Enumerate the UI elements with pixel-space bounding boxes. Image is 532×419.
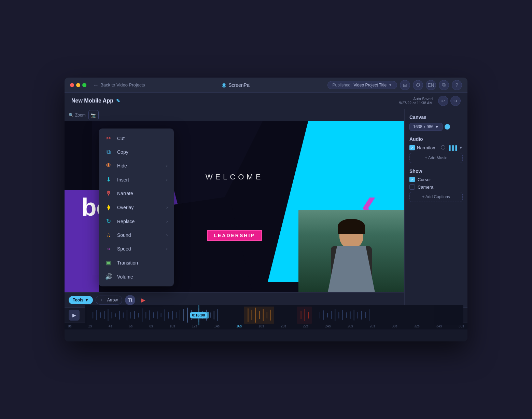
svg-rect-51 xyxy=(335,309,335,321)
menu-item-narrate-label: Narrate xyxy=(117,191,133,196)
camera-button[interactable]: 📷 xyxy=(88,110,99,120)
layers-icon-button[interactable]: ⊞ xyxy=(400,80,410,90)
svg-rect-24 xyxy=(172,311,173,320)
title-right-controls: Published: Video Project Title ▼ ⊞ ⏱ EN … xyxy=(327,80,462,90)
text-tool-button[interactable]: Tt xyxy=(125,295,135,305)
zoom-control[interactable]: 🔍 Zoom xyxy=(69,113,86,118)
cursor-tool-icon: ▶ xyxy=(141,296,145,304)
narration-dropdown-icon[interactable]: ▼ xyxy=(459,146,463,150)
maximize-button[interactable] xyxy=(82,83,86,87)
audio-section: Audio ✓ Narration ⓘ ▐▐▐ ▼ + Add Music xyxy=(409,136,463,163)
project-title-dropdown-label: Video Project Title xyxy=(354,83,387,87)
svg-rect-49 xyxy=(327,313,328,317)
menu-item-speed[interactable]: » Speed › xyxy=(99,242,174,256)
canvas-size-button[interactable]: 1638 x 986 ▼ xyxy=(409,123,443,131)
publish-dropdown[interactable]: Published: Video Project Title ▼ xyxy=(327,81,397,89)
svg-rect-35 xyxy=(214,311,214,320)
svg-rect-25 xyxy=(176,312,177,318)
camera-checkbox[interactable] xyxy=(409,184,415,190)
svg-rect-43 xyxy=(270,310,271,321)
project-title: New Mobile App ✎ xyxy=(71,98,399,104)
tools-button[interactable]: Tools ▼ xyxy=(69,296,93,304)
sound-icon: ♫ xyxy=(105,232,112,239)
svg-rect-44 xyxy=(301,311,302,319)
narration-checkbox[interactable]: ✓ xyxy=(409,145,415,150)
main-area: 🔍 Zoom 📷 WELCOME bout us xyxy=(65,109,467,307)
play-button[interactable]: ▶ xyxy=(69,310,80,321)
audio-section-title: Audio xyxy=(409,136,463,142)
menu-item-volume[interactable]: 🔊 Volume xyxy=(99,270,174,284)
right-panel: Canvas 1638 x 986 ▼ Audio ✓ Narration ⓘ … xyxy=(404,109,467,307)
traffic-lights xyxy=(70,83,86,87)
back-to-projects-button[interactable]: ← Back to Video Projects xyxy=(93,82,145,88)
overlay-icon: ⧫ xyxy=(105,204,112,211)
canvas-size-dropdown-icon: ▼ xyxy=(435,124,439,129)
menu-item-hide[interactable]: 👁 Hide › xyxy=(99,159,174,173)
person-jacket xyxy=(327,246,375,292)
webcam-person xyxy=(298,210,404,292)
svg-rect-27 xyxy=(183,309,184,321)
menu-item-cut[interactable]: ✂ Cut xyxy=(99,131,174,145)
close-button[interactable] xyxy=(70,83,74,87)
language-button[interactable]: EN xyxy=(426,80,436,90)
canvas-section-title: Canvas xyxy=(409,114,463,120)
cursor-tool-button[interactable]: ▶ xyxy=(138,295,148,305)
menu-item-transition-label: Transition xyxy=(117,260,138,266)
minimize-button[interactable] xyxy=(76,83,80,87)
undo-button[interactable]: ↩ xyxy=(438,96,448,106)
narration-row: ✓ Narration ⓘ ▐▐▐ ▼ xyxy=(409,145,463,151)
person-head xyxy=(339,220,363,248)
stack-icon-button[interactable]: ⧉ xyxy=(439,80,449,90)
menu-item-copy[interactable]: ⧉ Copy xyxy=(99,145,174,159)
menu-item-sound-label: Sound xyxy=(117,232,131,238)
svg-rect-58 xyxy=(361,311,362,320)
menu-item-cut-label: Cut xyxy=(117,136,125,141)
leadership-badge: LEADERSHIP xyxy=(207,230,262,241)
svg-rect-47 xyxy=(320,312,320,319)
add-music-button[interactable]: + Add Music xyxy=(409,153,463,163)
svg-rect-41 xyxy=(263,309,264,321)
tools-label: Tools xyxy=(73,298,83,302)
svg-rect-8 xyxy=(112,312,112,319)
edit-project-title-icon[interactable]: ✎ xyxy=(116,98,120,104)
add-captions-button[interactable]: + Add Captions xyxy=(409,192,463,202)
undo-redo-controls: ↩ ↪ xyxy=(438,96,461,106)
hide-submenu-arrow-icon: › xyxy=(166,163,168,168)
svg-rect-20 xyxy=(157,311,158,319)
narration-bars-icon[interactable]: ▐▐▐ xyxy=(447,145,457,150)
timeline-track[interactable]: 0:16:00 xyxy=(85,305,463,325)
editor-toolbar: 🔍 Zoom 📷 xyxy=(65,109,404,121)
menu-item-overlay[interactable]: ⧫ Overlay › xyxy=(99,200,174,214)
svg-rect-46 xyxy=(308,312,309,319)
menu-item-replace[interactable]: ↻ Replace › xyxy=(99,214,174,228)
help-icon-button[interactable]: ? xyxy=(452,80,462,90)
svg-rect-40 xyxy=(259,311,260,319)
app-window: ← Back to Video Projects ◉ ScreenPal Pub… xyxy=(65,78,467,341)
canvas-color-picker[interactable] xyxy=(445,124,450,130)
autosave-timestamp: 9/27/22 at 11:38 AM xyxy=(399,101,433,105)
svg-rect-53 xyxy=(342,310,343,320)
history-icon-button[interactable]: ⏱ xyxy=(413,80,423,90)
redo-button[interactable]: ↪ xyxy=(450,96,461,106)
add-captions-label: + Add Captions xyxy=(422,194,450,199)
menu-item-sound[interactable]: ♫ Sound › xyxy=(99,228,174,242)
menu-item-overlay-label: Overlay xyxy=(117,205,134,210)
svg-rect-59 xyxy=(365,312,366,318)
svg-rect-36 xyxy=(218,309,218,321)
play-icon: ▶ xyxy=(72,312,76,318)
svg-rect-45 xyxy=(305,309,305,321)
svg-rect-11 xyxy=(123,312,124,318)
camera-checkbox-row: Camera xyxy=(409,184,463,190)
timeline-area: ▶ xyxy=(65,307,467,341)
replace-icon: ↻ xyxy=(105,218,112,225)
layers-icon: ⊞ xyxy=(403,82,407,88)
menu-item-narrate[interactable]: 🎙 Narrate xyxy=(99,187,174,200)
cursor-checkbox[interactable]: ✓ xyxy=(409,177,415,182)
narration-info-icon[interactable]: ⓘ xyxy=(441,145,445,151)
svg-rect-54 xyxy=(346,312,347,318)
menu-item-insert[interactable]: ⬇ Insert › xyxy=(99,173,174,187)
overlay-submenu-arrow-icon: › xyxy=(166,205,168,210)
arrow-button[interactable]: + + Arrow xyxy=(96,296,122,305)
back-arrow-icon: ← xyxy=(93,82,99,88)
menu-item-transition[interactable]: ▣ Transition xyxy=(99,256,174,270)
